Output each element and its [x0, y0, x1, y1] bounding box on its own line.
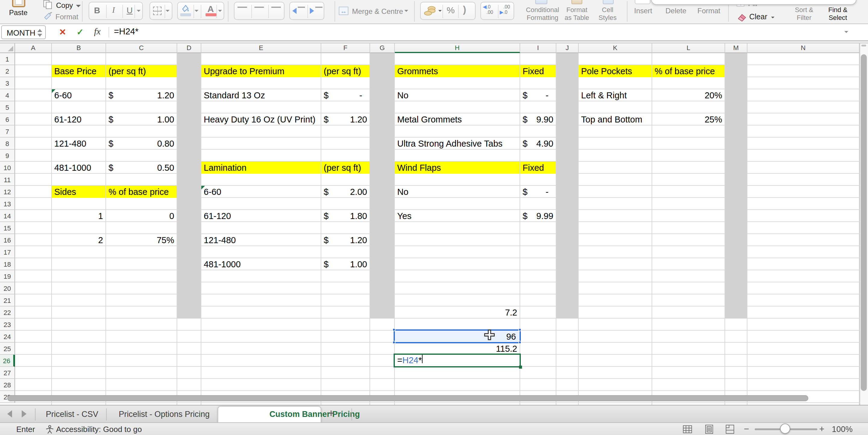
zoom-in-button[interactable]: + [819, 424, 825, 434]
row-header-22[interactable]: 22 [0, 307, 15, 319]
copy-dropdown-arrow[interactable] [76, 5, 81, 7]
cell-H14[interactable]: Yes [395, 210, 520, 222]
cell-F16[interactable]: $1.20 [321, 234, 370, 246]
cell-F4[interactable]: $- [321, 89, 370, 102]
cell-L6[interactable]: 25% [652, 113, 724, 125]
row-header-25[interactable]: 25 [0, 343, 15, 355]
cell-H8[interactable]: Ultra Strong Adhesive Tabs [395, 138, 520, 150]
tab-nav-right-icon[interactable] [22, 410, 27, 417]
cell-I4[interactable]: $- [520, 89, 556, 102]
cell-C10[interactable]: $0.50 [106, 162, 177, 174]
name-box[interactable]: MONTH [1, 25, 46, 39]
row-header-23[interactable]: 23 [0, 319, 15, 330]
row-header-11[interactable]: 11 [0, 174, 15, 186]
cell-F10[interactable]: (per sq ft) [321, 162, 370, 174]
cell-B14[interactable]: 1 [52, 210, 105, 222]
cell-B10[interactable]: 481-1000 [52, 162, 105, 174]
cell-C16[interactable]: 75% [106, 234, 177, 246]
confirm-icon[interactable]: ✓ [76, 27, 84, 37]
cell-K4[interactable]: Left & Right [579, 89, 652, 102]
column-header-H[interactable]: H [395, 44, 520, 53]
zoom-level[interactable]: 100% [832, 425, 852, 434]
borders-dropdown-arrow[interactable] [166, 10, 170, 12]
sort-filter-button[interactable]: Sort & Filter [786, 6, 822, 22]
vertical-scrollbar-thumb[interactable] [861, 54, 867, 391]
sheet-tab-custom-banner-pricing[interactable]: Custom Banner Pricing [218, 406, 321, 423]
accessibility-status[interactable]: Accessibility: Good to go [56, 425, 142, 434]
cell-I14[interactable]: $9.99 [520, 210, 556, 222]
row-header-12[interactable]: 12 [0, 186, 15, 198]
row-header-2[interactable]: 2 [0, 65, 15, 77]
normal-view-icon[interactable] [683, 425, 692, 433]
zoom-out-button[interactable]: − [744, 424, 749, 434]
cell-F2[interactable]: (per sq ft) [321, 65, 370, 77]
formula-input[interactable]: =H24* [114, 27, 138, 36]
cell-L2[interactable]: % of base price [652, 65, 724, 77]
column-header-F[interactable]: F [321, 44, 370, 53]
add-sheet-button[interactable]: + [328, 407, 334, 420]
cell-C6[interactable]: $1.00 [106, 113, 177, 125]
selected-cell-H24[interactable]: 96 [394, 329, 521, 343]
selection-handle[interactable] [518, 341, 521, 344]
cell-E2[interactable]: Upgrade to Premium [201, 65, 321, 77]
fill-color-icon[interactable] [181, 4, 190, 13]
column-header-K[interactable]: K [579, 44, 652, 53]
find-select-button[interactable]: Find & Select [818, 6, 857, 22]
column-header-L[interactable]: L [652, 44, 725, 53]
row-header-6[interactable]: 6 [0, 113, 15, 125]
cell-C14[interactable]: 0 [106, 210, 177, 222]
row-header-1[interactable]: 1 [0, 53, 15, 65]
cell-E14[interactable]: 61-120 [201, 210, 321, 222]
clear-button[interactable]: Clear [749, 13, 767, 21]
column-header-N[interactable]: N [747, 44, 860, 53]
italic-button[interactable]: I [112, 5, 115, 15]
copy-button[interactable]: Copy [56, 1, 73, 10]
format-button[interactable]: Format [698, 7, 720, 15]
horizontal-scrollbar[interactable] [7, 395, 808, 401]
cell-K6[interactable]: Top and Bottom [579, 113, 652, 125]
formula-bar-expand-icon[interactable] [844, 31, 848, 33]
cell-H4[interactable]: No [395, 89, 520, 102]
cell-E16[interactable]: 121-480 [201, 234, 321, 246]
format-painter-button[interactable]: Format [56, 13, 79, 21]
column-header-E[interactable]: E [201, 44, 321, 53]
increase-decimal-icon[interactable]: ◀.0 .00 [483, 4, 493, 15]
column-header-J[interactable]: J [556, 44, 579, 53]
cell-H12[interactable]: No [395, 186, 520, 198]
cell-F6[interactable]: $1.20 [321, 113, 370, 125]
sheet-tab-pricelist-csv[interactable]: Pricelist - CSV [46, 410, 98, 419]
column-header-D[interactable]: D [177, 44, 201, 53]
decrease-indent-icon[interactable] [292, 8, 297, 14]
cell-I10[interactable]: Fixed [520, 162, 556, 174]
row-header-27[interactable]: 27 [0, 367, 15, 379]
cell-I8[interactable]: $4.90 [520, 138, 556, 150]
cell-C12[interactable]: % of base price [106, 186, 177, 198]
cell-C8[interactable]: $0.80 [106, 138, 177, 150]
borders-icon[interactable] [153, 7, 161, 15]
sheet-tab-pricelist-options[interactable]: Pricelist - Options Pricing [119, 410, 210, 419]
column-header-A[interactable]: A [15, 44, 52, 53]
decrease-decimal-icon[interactable]: .00 ▶.0 [500, 4, 510, 15]
insert-button[interactable]: Insert [634, 7, 652, 15]
cell-E18[interactable]: 481-1000 [201, 258, 321, 270]
column-header-M[interactable]: M [725, 44, 747, 53]
cell-B12[interactable]: Sides [52, 186, 105, 198]
row-header-10[interactable]: 10 [0, 162, 15, 174]
page-break-view-icon[interactable] [726, 425, 734, 434]
grid-corner-select-all[interactable] [0, 44, 15, 53]
cell-B8[interactable]: 121-480 [52, 138, 105, 150]
cell-I6[interactable]: $9.90 [520, 113, 556, 125]
cell-E10[interactable]: Lamination [201, 162, 321, 174]
delete-button[interactable]: Delete [665, 7, 686, 15]
row-header-21[interactable]: 21 [0, 294, 15, 307]
row-header-26[interactable]: 26 [0, 355, 15, 367]
font-color-dropdown-arrow[interactable] [218, 10, 222, 12]
cell-F14[interactable]: $1.80 [321, 210, 370, 222]
underline-button[interactable]: U [127, 5, 133, 15]
merge-centre-icon[interactable]: ↔ [339, 7, 348, 15]
row-header-13[interactable]: 13 [0, 198, 15, 210]
cell-B4[interactable]: 6-60 [52, 89, 105, 102]
cell-styles-button[interactable]: Cell Styles [590, 6, 626, 22]
cell-H2[interactable]: Grommets [395, 65, 520, 77]
name-box-down-arrow[interactable] [37, 34, 42, 37]
